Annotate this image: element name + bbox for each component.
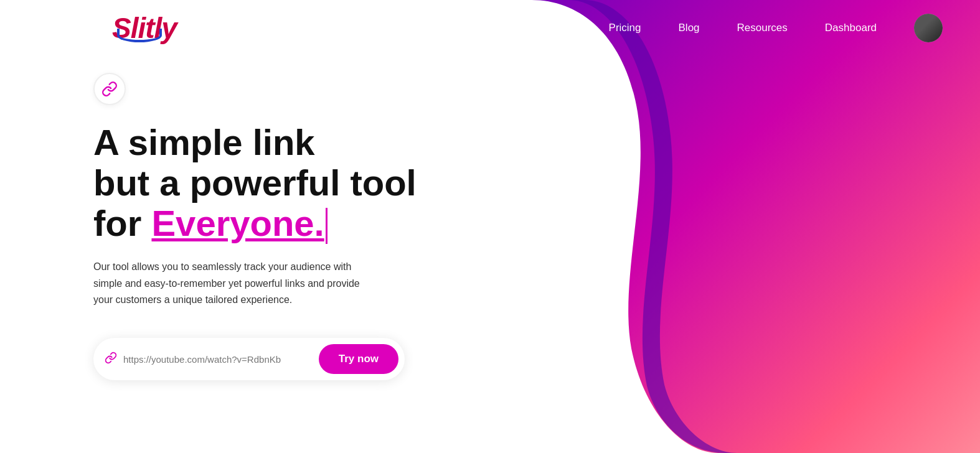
hero-content: A simple link but a powerful tool for Ev… <box>0 0 436 453</box>
logo[interactable]: Slitly <box>112 11 177 45</box>
nav-solutions[interactable]: Solutions <box>528 22 572 34</box>
logo-arc-decoration <box>117 29 162 42</box>
hero-title-line2: but a powerful tool <box>93 162 417 203</box>
user-avatar[interactable] <box>914 14 943 42</box>
link-icon-badge <box>93 73 126 105</box>
hero-title-line3-prefix: for <box>93 203 151 243</box>
url-input[interactable] <box>123 354 319 365</box>
main-nav: Solutions Pricing Blog Resources Dashboa… <box>212 14 980 42</box>
hero-title: A simple link but a powerful tool for Ev… <box>93 123 436 245</box>
nav-resources[interactable]: Resources <box>737 22 788 34</box>
text-cursor <box>326 208 327 244</box>
nav-dashboard[interactable]: Dashboard <box>825 22 877 34</box>
logo-area: Slitly <box>0 11 212 45</box>
nav-pricing[interactable]: Pricing <box>609 22 641 34</box>
hero-title-highlight: Everyone. <box>151 203 324 243</box>
url-input-row: Try now <box>93 338 405 380</box>
hero-background <box>407 0 980 453</box>
try-now-button[interactable]: Try now <box>319 344 398 374</box>
avatar-image <box>914 14 943 42</box>
hero-title-line1: A simple link <box>93 122 315 162</box>
nav-blog[interactable]: Blog <box>679 22 700 34</box>
input-link-icon <box>105 352 117 367</box>
header: Slitly Solutions Pricing Blog Resources … <box>0 0 980 56</box>
chain-link-icon <box>101 81 118 97</box>
hero-description: Our tool allows you to seamlessly track … <box>93 259 361 308</box>
